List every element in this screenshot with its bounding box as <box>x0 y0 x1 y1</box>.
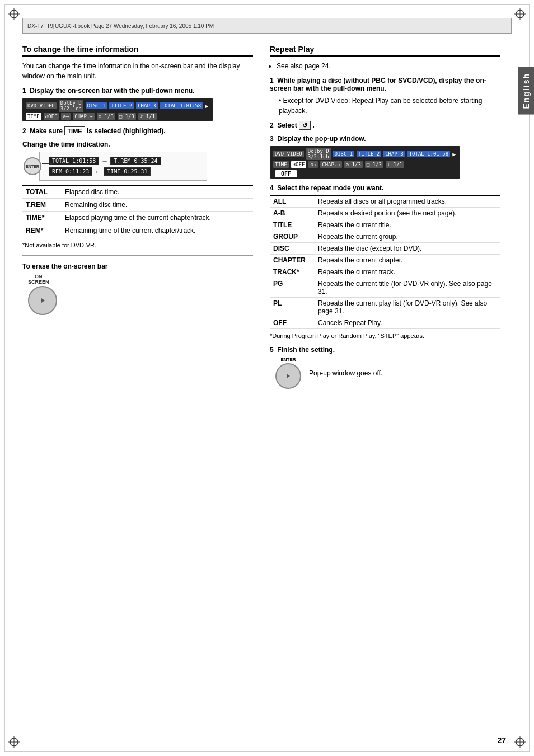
repeat-definition: Repeats the current chapter. <box>315 255 500 266</box>
right-step2: 2 Select ↺ . <box>270 121 500 129</box>
def-definition: Remaining time of the current chapter/tr… <box>62 224 253 237</box>
corner-mark-br <box>514 736 526 748</box>
def-table-row: T.REMRemaining disc time. <box>22 199 253 212</box>
left-section-heading: To change the time information <box>22 45 253 57</box>
bar-audio-count: ♪ 1/1 <box>138 113 157 120</box>
popup-bar-disc: DISC 1 <box>333 151 355 157</box>
enter-icon <box>283 371 293 381</box>
def-term: T.REM <box>22 199 62 212</box>
trem-box: T.REM 0:35:24 <box>110 157 161 165</box>
corner-mark-tr <box>514 8 526 20</box>
left-section-intro: You can change the time information in t… <box>22 61 253 81</box>
repeat-table-row: CHAPTERRepeats the current chapter. <box>270 255 500 266</box>
left-step3: Change the time indication. <box>22 140 253 148</box>
bar-dolby: Dolby D3/2.1ch <box>59 100 83 112</box>
popup-chap: CHAP.→ <box>320 161 342 168</box>
repeat-table-row: PGRepeats the current title (for DVD-VR … <box>270 278 500 298</box>
popup-time: TIME <box>273 161 289 168</box>
onscreen-button[interactable] <box>28 286 57 315</box>
top-bar: DX-T7_T9[UGUX]-f.book Page 27 Wednesday,… <box>22 18 512 34</box>
popup-onscreen-bar: DVD-VIDEO Dolby D3/2.1ch DISC 1 TITLE 2 … <box>270 146 460 179</box>
page-number: 27 <box>497 736 506 745</box>
def-term: TIME* <box>22 212 62 224</box>
def-table-row: TOTALElapsed disc time. <box>22 186 253 199</box>
popup-bar-row2: TIME ↺OFF ⊙→ CHAP.→ ⊙ 1/3 □ 1/3 ♪ 1/1 <box>273 161 457 168</box>
bar-total: TOTAL 1:01:58 <box>160 102 203 109</box>
def-table: TOTALElapsed disc time.T.REMRemaining di… <box>22 185 253 237</box>
left-arrow-2: ← <box>95 168 101 176</box>
time-row-2: REM 0:11:23 ← TIME 0:25:31 <box>49 167 200 176</box>
repeat-term: PG <box>270 278 315 298</box>
repeat-table-row: PLRepeats the current play list (for DVD… <box>270 298 500 317</box>
enter-button-diagram[interactable]: ENTER <box>24 157 41 175</box>
left-step1: 1 Display the on-screen bar with the pul… <box>22 87 253 95</box>
repeat-table-row: GROUPRepeats the current group. <box>270 231 500 243</box>
repeat-definition: Repeats the current title. <box>315 219 500 231</box>
repeat-table-row: TITLERepeats the current title. <box>270 219 500 231</box>
left-step2: 2 Make sure TIME is selected (highlighte… <box>22 127 253 135</box>
right-step3: 3 Display the pop-up window. <box>270 135 500 143</box>
popup-off-container: OFF <box>275 171 457 177</box>
onscreen-bar1-row2: TIME ↺OFF ⊙→ CHAP.→ ⊙ 1/3 □ 1/3 ♪ 1/1 <box>26 113 209 120</box>
bar-chap-arrow: CHAP.→ <box>73 113 95 120</box>
right-footnote: *During Program Play or Random Play, "ST… <box>270 332 500 339</box>
bar-circle-arrow: ⊙→ <box>61 113 71 120</box>
time-diagram-wrapper: ENTER TOTAL 1:01:58 → T.REM 0:35:24 REM … <box>39 152 253 181</box>
popup-bar-total: TOTAL 1:01:58 <box>407 151 450 157</box>
repeat-definition: Repeats the current group. <box>315 231 500 243</box>
repeat-table: ALLRepeats all discs or all programmed t… <box>270 195 500 329</box>
popup-circle: ⊙→ <box>308 161 318 168</box>
repeat-term: CHAPTER <box>270 255 315 266</box>
def-term: REM* <box>22 224 62 237</box>
popup-bar-row1: DVD-VIDEO Dolby D3/2.1ch DISC 1 TITLE 2 … <box>273 148 457 160</box>
repeat-term: GROUP <box>270 231 315 243</box>
enter-button[interactable] <box>275 363 301 389</box>
popup-play-icon: ▶ <box>452 151 456 157</box>
right-step1: 1 While playing a disc (without PBC for … <box>270 77 500 92</box>
erase-heading: To erase the on-screen bar <box>22 262 253 270</box>
onscreen-btn-container <box>28 286 57 315</box>
repeat-definition: Cancels Repeat Play. <box>315 317 500 329</box>
repeat-term: OFF <box>270 317 315 329</box>
onscreen-bar-1: DVD-VIDEO Dolby D3/2.1ch DISC 1 TITLE 2 … <box>22 98 213 121</box>
bar-chap: CHAP 3 <box>136 102 158 109</box>
popup-cd: ⊙ 1/3 <box>344 161 363 168</box>
def-definition: Remaining disc time. <box>62 199 253 212</box>
def-table-row: REM*Remaining time of the current chapte… <box>22 224 253 237</box>
bar-dvd-video: DVD-VIDEO <box>26 102 57 109</box>
left-footnote: *Not available for DVD-VR. <box>22 242 253 248</box>
repeat-definition: Repeats a desired portion (see the next … <box>315 208 500 219</box>
bar-title: TITLE 2 <box>109 102 134 109</box>
step5-sub-text: Pop-up window goes off. <box>309 369 382 377</box>
time-box: TIME 0:25:31 <box>104 167 151 176</box>
bar-page-count: □ 1/3 <box>118 113 136 120</box>
enter-button-wrap: ENTER <box>275 357 301 389</box>
repeat-definition: Repeats the current play list (for DVD-V… <box>315 298 500 317</box>
onscreen-label: ONSCREEN <box>28 274 49 285</box>
repeat-term: DISC <box>270 243 315 255</box>
right-step4: 4 Select the repeat mode you want. <box>270 184 500 192</box>
def-definition: Elapsed playing time of the current chap… <box>62 212 253 224</box>
right-bullets: See also page 24. <box>277 61 500 71</box>
left-step1-text: Display the on-screen bar with the pull-… <box>30 87 194 95</box>
repeat-definition: Repeats the disc (except for DVD). <box>315 243 500 255</box>
repeat-term: PL <box>270 298 315 317</box>
right-column: Repeat Play See also page 24. 1 While pl… <box>270 45 500 728</box>
popup-bar-chap: CHAP 3 <box>383 151 405 157</box>
popup-bar-dvd: DVD-VIDEO <box>273 151 304 157</box>
enter-arrow <box>42 163 52 164</box>
repeat-table-row: DISCRepeats the disc (except for DVD). <box>270 243 500 255</box>
corner-mark-bl <box>8 736 20 748</box>
def-definition: Elapsed disc time. <box>62 186 253 199</box>
repeat-table-row: A-BRepeats a desired portion (see the ne… <box>270 208 500 219</box>
bar-time: TIME <box>26 113 41 120</box>
repeat-term: A-B <box>270 208 315 219</box>
bar-play-icon: ▶ <box>205 103 208 109</box>
left-column: To change the time information You can c… <box>22 45 253 728</box>
popup-bar-title: TITLE 2 <box>357 151 381 157</box>
rem-box: REM 0:11:23 <box>49 167 92 176</box>
left-step1-num: 1 <box>22 87 26 95</box>
repeat-definition: Repeats the current title (for DVD-VR on… <box>315 278 500 298</box>
repeat-table-row: TRACK*Repeats the current track. <box>270 266 500 278</box>
step5-content: ENTER Pop-up window goes off. <box>275 357 500 389</box>
